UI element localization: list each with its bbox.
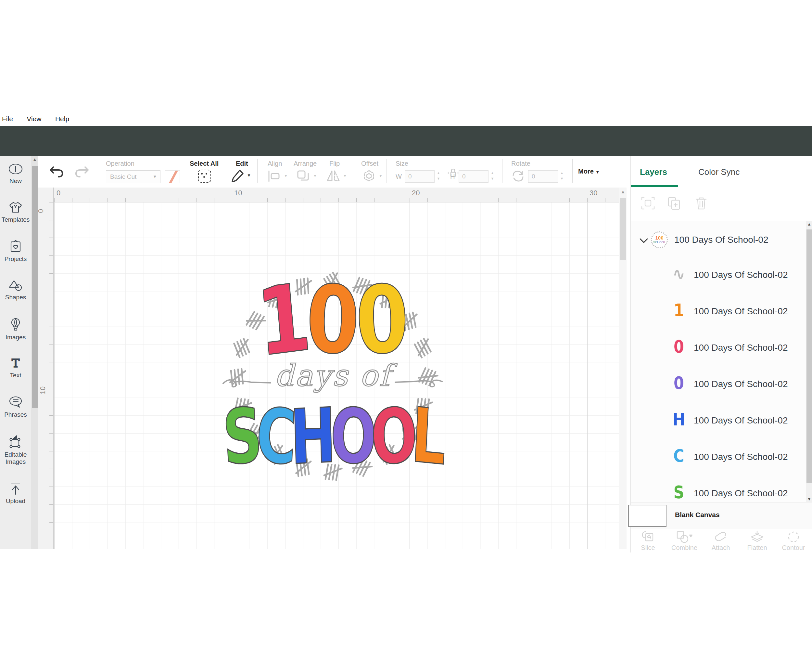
flourish-line <box>222 372 444 392</box>
contour-icon <box>786 531 801 543</box>
select-all-label[interactable]: Select All <box>190 160 218 167</box>
combine-button[interactable]: Combine <box>672 531 697 552</box>
slice-button[interactable]: Slice <box>635 531 661 552</box>
width-label: W <box>395 173 402 180</box>
color-swatch[interactable] <box>165 170 180 183</box>
layer-label: 100 Days Of School-02 <box>674 235 768 245</box>
scrollbar-thumb[interactable] <box>620 198 626 260</box>
sidebar-scrollbar[interactable]: ▲ <box>31 156 38 549</box>
upload-icon <box>9 482 23 495</box>
menu-file[interactable]: File <box>2 115 13 123</box>
toolbar-divider <box>97 159 97 183</box>
width-stepper[interactable]: ▲▼ <box>435 170 442 183</box>
layer-row[interactable]: ∿ 100 Days Of School-02 <box>631 259 806 296</box>
layer-thumbnail-glyph: ∿ <box>670 264 687 284</box>
scrollbar-thumb[interactable] <box>32 166 38 408</box>
scroll-up-arrow-icon[interactable]: ▲ <box>806 222 812 226</box>
text-icon: T <box>9 358 22 369</box>
design-word-school: SCHOOL <box>226 393 440 480</box>
canvas-scrollbar[interactable]: ▲ <box>619 188 627 549</box>
height-stepper[interactable]: ▲▼ <box>489 170 496 183</box>
phrases-bubble-icon <box>8 396 23 408</box>
scrollbar-thumb[interactable] <box>806 229 812 483</box>
rotate-input[interactable] <box>528 170 558 183</box>
sidebar-item-upload[interactable]: Upload <box>6 482 25 505</box>
group-select-icon[interactable] <box>641 196 655 211</box>
layer-tools-row <box>631 187 812 221</box>
scroll-up-arrow-icon[interactable]: ▲ <box>619 189 627 194</box>
trash-icon[interactable] <box>694 196 708 211</box>
chevron-down-icon[interactable] <box>639 238 648 244</box>
layer-row[interactable]: 1 100 Days Of School-02 <box>631 296 806 332</box>
layer-list-scrollbar[interactable]: ▲ ▼ <box>806 221 812 502</box>
flatten-button[interactable]: Flatten <box>745 531 770 552</box>
chevron-down-icon[interactable]: ▼ <box>247 173 251 178</box>
menu-help[interactable]: Help <box>55 115 69 123</box>
tab-color-sync[interactable]: Color Sync <box>698 167 740 177</box>
height-label: H <box>450 173 455 180</box>
rotate-icon <box>511 170 525 183</box>
sidebar-item-images[interactable]: Images <box>6 318 26 341</box>
design-artwork[interactable]: 100 days of SCHOOL <box>226 270 440 484</box>
align-label: Align <box>268 160 282 167</box>
select-all-icon[interactable] <box>198 170 211 183</box>
ruler-label: 10 <box>39 387 47 394</box>
svg-text:T: T <box>12 358 20 369</box>
layer-row[interactable]: H 100 Days Of School-02 <box>631 405 806 441</box>
size-label: Size <box>395 160 408 167</box>
duplicate-icon[interactable] <box>667 196 681 211</box>
contour-button[interactable]: Contour <box>781 531 806 552</box>
attach-paperclip-icon <box>713 531 728 543</box>
rotate-stepper[interactable]: ▲▼ <box>559 170 565 183</box>
operation-label: Operation <box>106 160 134 167</box>
sidebar-item-editable-images[interactable]: Editable Images <box>0 435 31 466</box>
screenshot-stage: cricut Cricut Design Space v7.23.160 — ✕… <box>0 0 812 650</box>
layer-row[interactable]: C 100 Days Of School-02 <box>631 441 806 478</box>
ruler-corner <box>38 188 53 202</box>
align-icon <box>268 170 282 182</box>
sidebar-item-shapes[interactable]: Shapes <box>5 279 26 301</box>
layer-group-row[interactable]: 100SCHOOL 100 Days Of School-02 <box>631 228 806 257</box>
sidebar-item-phrases[interactable]: Phrases <box>4 396 27 419</box>
scroll-up-arrow-icon[interactable]: ▲ <box>31 157 38 162</box>
undo-icon[interactable] <box>49 165 65 179</box>
layer-row[interactable]: 0 100 Days Of School-02 <box>631 369 806 405</box>
editable-images-icon <box>8 435 23 448</box>
operation-dropdown[interactable]: Basic Cut ▼ <box>106 170 160 183</box>
more-button[interactable]: More ▼ <box>578 168 600 175</box>
height-input[interactable] <box>459 170 488 183</box>
layer-thumbnail-glyph: H <box>670 410 687 430</box>
layer-label: 100 Days Of School-02 <box>694 452 788 462</box>
flip-label: Flip <box>329 160 340 167</box>
redo-icon[interactable] <box>73 165 90 179</box>
blank-canvas-row[interactable]: Blank Canvas <box>631 502 812 529</box>
vertical-ruler: 0 10 <box>38 202 53 549</box>
blank-canvas-label: Blank Canvas <box>675 511 720 519</box>
tab-layers[interactable]: Layers <box>640 167 667 177</box>
scroll-down-arrow-icon[interactable]: ▼ <box>806 497 812 502</box>
edit-pencil-icon[interactable] <box>230 168 245 183</box>
layer-label: 100 Days Of School-02 <box>694 379 788 389</box>
sidebar-item-projects[interactable]: Projects <box>5 240 27 263</box>
title-bar: cricut Cricut Design Space v7.23.160 — ✕ <box>0 94 812 114</box>
horizontal-ruler: 0 10 20 30 <box>53 188 619 202</box>
sidebar-item-templates[interactable]: Templates <box>2 201 30 223</box>
attach-button[interactable]: Attach <box>708 531 733 552</box>
width-input[interactable] <box>405 170 435 183</box>
panel-tabs: Layers Color Sync <box>631 156 812 187</box>
arrange-icon <box>296 170 310 183</box>
sidebar-item-new[interactable]: New <box>8 163 23 185</box>
menu-bar: File View Help <box>0 114 812 126</box>
layer-thumbnail-glyph: C <box>670 446 687 466</box>
edit-label[interactable]: Edit <box>236 160 248 167</box>
toolbar-divider <box>189 159 189 183</box>
flip-icon <box>325 169 341 183</box>
layer-thumbnail-glyph: S <box>670 482 687 502</box>
layers-panel: Layers Color Sync <box>630 156 812 552</box>
offset-label: Offset <box>361 160 379 167</box>
sidebar-item-text[interactable]: T Text <box>9 358 22 379</box>
ruler-label: 0 <box>56 189 60 197</box>
layer-row[interactable]: 0 100 Days Of School-02 <box>631 332 806 369</box>
menu-view[interactable]: View <box>27 115 41 123</box>
rotate-label: Rotate <box>511 160 530 167</box>
